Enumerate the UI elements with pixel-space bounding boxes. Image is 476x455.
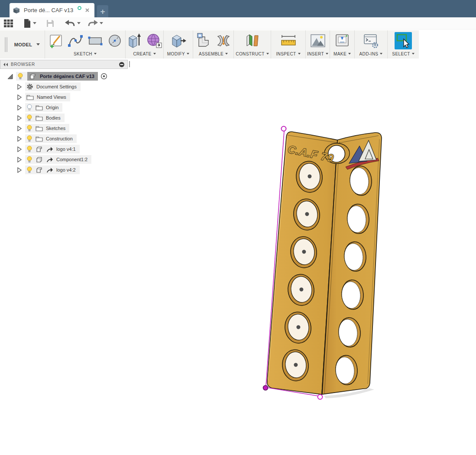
tree-row-logo-v4-2[interactable]: logo v4:2 <box>0 165 134 175</box>
document-title: Porte dé... CAF v13 <box>24 7 73 13</box>
measure-icon[interactable] <box>280 33 297 48</box>
make-group-label[interactable]: MAKE <box>334 50 351 57</box>
addins-script-icon[interactable] <box>363 33 379 49</box>
inspect-group-label[interactable]: INSPECT <box>276 50 300 57</box>
rectangle-tool-icon[interactable] <box>87 34 104 47</box>
bulb-on-icon[interactable] <box>26 125 32 132</box>
construct-group-label[interactable]: CONSTRUCT <box>236 50 269 57</box>
activate-component-radio[interactable] <box>100 73 107 80</box>
insert-group-label[interactable]: INSERT <box>307 50 328 57</box>
ribbon-group-select: SELECT <box>388 30 419 58</box>
tree-row-sketches[interactable]: Sketches <box>0 123 134 133</box>
ribbon-group-inspect: INSPECT <box>271 30 306 58</box>
bulb-on-icon[interactable] <box>17 73 23 80</box>
tree-item-label: Construction <box>46 136 73 141</box>
save-icon <box>46 19 55 28</box>
tree-row-construction[interactable]: Construction <box>0 133 134 144</box>
bulb-on-icon[interactable] <box>26 114 32 121</box>
collapsed-triangle-icon[interactable] <box>16 125 23 132</box>
tab-close-icon[interactable] <box>85 8 90 13</box>
create-sketch-icon[interactable] <box>48 33 64 49</box>
undo-button[interactable] <box>65 20 81 27</box>
save-button[interactable] <box>46 19 55 28</box>
app-grid-button[interactable] <box>3 19 13 28</box>
tree-row-document-settings[interactable]: Document Settings <box>0 81 134 92</box>
press-pull-icon[interactable] <box>170 33 187 49</box>
collapsed-triangle-icon[interactable] <box>16 136 23 142</box>
collapsed-triangle-icon[interactable] <box>16 84 23 90</box>
circle-tool-icon[interactable] <box>107 33 123 49</box>
body-cube-icon <box>36 156 43 163</box>
tree-item-label: Document Settings <box>36 84 77 89</box>
document-tab[interactable]: Porte dé... CAF v13 <box>10 3 94 17</box>
create-group-label[interactable]: CREATE <box>133 50 155 57</box>
browser-minus-icon[interactable] <box>119 62 125 68</box>
3d-print-icon[interactable] <box>334 33 350 48</box>
extrude-icon[interactable] <box>127 32 142 49</box>
sketch-point-bottom-mid <box>318 395 323 400</box>
form-icon[interactable] <box>146 32 162 49</box>
toolbar-grip[interactable] <box>5 37 7 52</box>
assemble-caret-icon <box>225 53 228 55</box>
tree-item-label: Bodies <box>46 115 61 120</box>
sketch-group-label[interactable]: SKETCH <box>74 50 97 57</box>
tree-row-component1-2[interactable]: Component1:2 <box>0 154 134 165</box>
tree-row-logo-v4-1[interactable]: logo v4:1 <box>0 144 134 154</box>
browser-header[interactable]: BROWSER <box>0 60 128 69</box>
root-label: Porte dégaines CAF v13 <box>40 74 94 79</box>
collapsed-triangle-icon[interactable] <box>16 156 23 163</box>
addins-caret-icon <box>380 53 382 55</box>
construct-caret-icon <box>266 53 269 55</box>
collapsed-triangle-icon[interactable] <box>16 94 23 101</box>
ribbon-group-make: MAKE <box>330 30 355 58</box>
redo-button[interactable] <box>87 20 103 27</box>
root-component[interactable]: Porte dégaines CAF v13 <box>27 72 98 81</box>
root-visibility[interactable] <box>16 72 27 81</box>
construct-plane-icon[interactable] <box>244 33 261 49</box>
tree-row-root[interactable]: Porte dégaines CAF v13 <box>0 71 134 81</box>
file-icon <box>23 19 31 28</box>
bulb-on-icon[interactable] <box>26 166 32 173</box>
bulb-off-icon[interactable] <box>26 104 32 111</box>
redo-caret-icon[interactable] <box>100 22 103 24</box>
new-tab-button[interactable]: + <box>97 5 108 17</box>
addins-group-label[interactable]: ADD-INS <box>359 50 383 57</box>
tree-item-label: logo v4:1 <box>56 146 76 152</box>
browser-resize-grip[interactable] <box>129 61 130 67</box>
linked-reference-icon <box>46 146 53 152</box>
tree-row-named-views[interactable]: Named Views <box>0 92 134 102</box>
collapsed-triangle-icon[interactable] <box>16 104 23 111</box>
select-cursor-icon <box>395 32 412 49</box>
assemble-group-label[interactable]: ASSEMBLE <box>199 50 228 57</box>
bulb-on-icon[interactable] <box>26 135 32 142</box>
redo-icon <box>87 20 98 27</box>
ribbon-group-assemble: ASSEMBLE <box>193 30 234 58</box>
select-tool-active[interactable] <box>395 32 412 49</box>
undo-icon <box>65 20 75 27</box>
new-component-icon[interactable] <box>196 32 213 49</box>
collapsed-triangle-icon[interactable] <box>16 115 23 121</box>
file-caret-icon <box>33 22 36 24</box>
tree-row-origin[interactable]: Origin <box>0 102 134 113</box>
select-group-label[interactable]: SELECT <box>392 50 414 57</box>
collapsed-triangle-icon[interactable] <box>16 167 23 173</box>
modify-caret-icon <box>187 53 189 55</box>
collapsed-triangle-icon[interactable] <box>16 146 23 153</box>
collapse-browser-icon[interactable] <box>3 62 8 67</box>
insert-image-icon[interactable] <box>310 34 326 48</box>
bulb-on-icon[interactable] <box>26 156 32 163</box>
browser-tree: Porte dégaines CAF v13 Document Settings <box>0 71 134 175</box>
workspace-switcher[interactable]: MODEL <box>0 30 45 58</box>
linked-reference-icon <box>46 157 53 162</box>
spline-icon[interactable] <box>67 33 84 48</box>
undo-caret-icon[interactable] <box>77 22 81 24</box>
file-menu-button[interactable] <box>23 19 36 28</box>
tree-row-bodies[interactable]: Bodies <box>0 113 134 123</box>
ribbon-group-modify: MODIFY <box>164 30 193 58</box>
insert-caret-icon <box>326 53 328 55</box>
ribbon-group-sketch: SKETCH <box>45 30 126 58</box>
modify-group-label[interactable]: MODIFY <box>167 50 189 57</box>
joint-icon[interactable] <box>216 33 231 49</box>
bulb-on-icon[interactable] <box>26 146 32 153</box>
expanded-triangle-icon[interactable] <box>7 73 13 80</box>
